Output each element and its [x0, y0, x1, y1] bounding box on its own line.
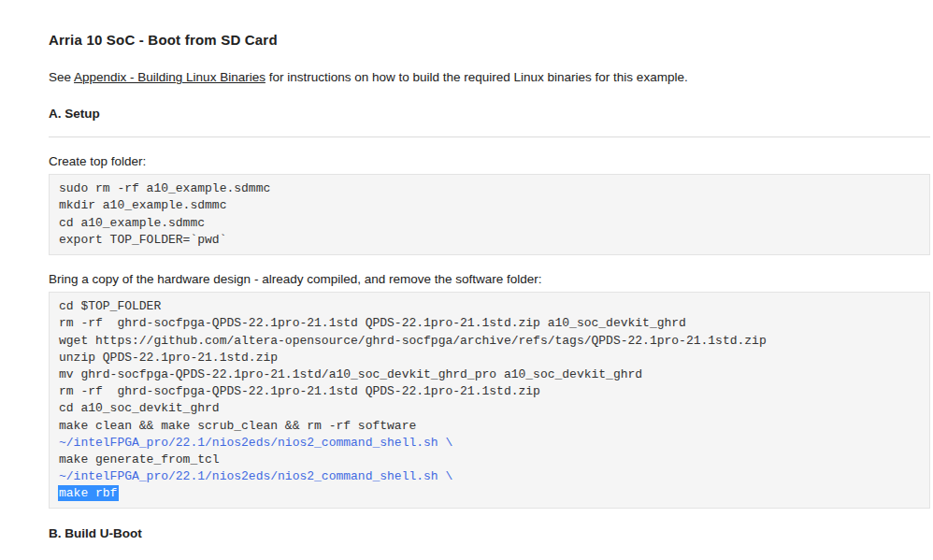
code-line: mv ghrd-socfpga-QPDS-22.1pro-21.1std/a10… [59, 366, 920, 383]
code-line: mkdir a10_example.sdmmc [59, 197, 920, 214]
code-line-command-shell-link[interactable]: ~/intelFPGA_pro/22.1/nios2eds/nios2_comm… [59, 435, 920, 452]
code-line: export TOP_FOLDER=`pwd` [59, 232, 920, 249]
step-label-hardware-design: Bring a copy of the hardware design - al… [49, 271, 930, 288]
code-line: cd a10_example.sdmmc [59, 215, 920, 232]
code-line: unzip QPDS-22.1pro-21.1std.zip [59, 350, 920, 366]
code-line: rm -rf ghrd-socfpga-QPDS-22.1pro-21.1std… [59, 315, 920, 332]
code-line: rm -rf ghrd-socfpga-QPDS-22.1pro-21.1std… [59, 383, 920, 400]
section-divider [49, 136, 930, 137]
code-line: wget https://github.com/altera-opensourc… [59, 333, 920, 350]
intro-text-after: for instructions on how to build the req… [266, 70, 688, 84]
code-line: make rbf [59, 485, 920, 502]
appendix-link[interactable]: Appendix - Building Linux Binaries [74, 70, 266, 84]
code-block-create-top-folder[interactable]: sudo rm -rf a10_example.sdmmcmkdir a10_e… [49, 174, 930, 255]
code-line: cd $TOP_FOLDER [59, 298, 920, 315]
selected-code-text: make rbf [58, 485, 119, 501]
document-page: Arria 10 SoC - Boot from SD Card See App… [0, 31, 933, 542]
code-line: cd a10_soc_devkit_ghrd [59, 400, 920, 417]
section-heading-setup: A. Setup [49, 106, 930, 122]
code-line: sudo rm -rf a10_example.sdmmc [59, 180, 920, 197]
intro-text-before: See [49, 70, 74, 84]
page-title: Arria 10 SoC - Boot from SD Card [49, 31, 930, 50]
code-line-command-shell-link[interactable]: ~/intelFPGA_pro/22.1/nios2eds/nios2_comm… [59, 468, 920, 485]
code-block-hardware-design[interactable]: cd $TOP_FOLDERrm -rf ghrd-socfpga-QPDS-2… [49, 292, 930, 509]
code-line: make clean && make scrub_clean && rm -rf… [59, 418, 920, 435]
section-heading-build-uboot: B. Build U-Boot [49, 525, 930, 542]
intro-paragraph: See Appendix - Building Linux Binaries f… [49, 69, 930, 86]
step-label-create-top-folder: Create top folder: [49, 153, 930, 170]
code-line: make generate_from_tcl [59, 452, 920, 468]
